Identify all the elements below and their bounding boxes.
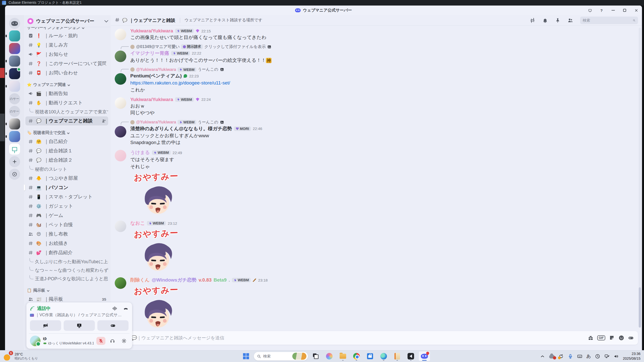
focus-clock-icon[interactable]: [595, 354, 600, 359]
taskbar-weather-widget[interactable]: 6 28°C 晴れのちくもり: [0, 352, 91, 361]
add-server-button[interactable]: [9, 156, 20, 167]
avatar-yukiwara[interactable]: [115, 97, 126, 109]
avatar-azarin[interactable]: [115, 126, 126, 138]
category-ウェブマニア関連[interactable]: ⭐ウェブマニア関連: [27, 81, 107, 88]
reply-context[interactable]: @Yukiwara/YukiwaraWEBMうーんこの: [130, 120, 642, 125]
username[interactable]: Beta9: [214, 277, 227, 283]
thread-item[interactable]: 視聴者100人とウェブマニアで東京で…: [25, 108, 108, 116]
microsoft-store-taskbar-icon[interactable]: [364, 351, 376, 361]
server-teal-face[interactable]: [9, 30, 20, 41]
server-anime-blue[interactable]: [9, 131, 20, 142]
thread-item[interactable]: 久しぶりに作った動画YouTubeに上げ…: [25, 257, 108, 266]
thread-item[interactable]: 秘密のスレット: [25, 165, 108, 173]
channel-item[interactable]: 💡｜楽しみ方: [25, 40, 108, 50]
server-pixel-festival[interactable]: [9, 68, 20, 79]
close-button[interactable]: [630, 6, 642, 15]
category-サーバーインフォメーション[interactable]: サーバーインフォメーション: [27, 27, 107, 30]
server-anime-white-girl[interactable]: [9, 81, 20, 92]
username[interactable]: .: [229, 277, 230, 283]
help-button[interactable]: ?: [596, 6, 607, 15]
server-header[interactable]: ウェブマニア公式サーバー: [24, 15, 111, 27]
message-input-placeholder[interactable]: #💬｜ウェブマニアと雑談へメッセージを送信: [129, 335, 584, 341]
screen-share-button[interactable]: [64, 320, 95, 331]
server-placeholder[interactable]: のサー: [9, 106, 20, 117]
username[interactable]: なおこ: [130, 220, 145, 227]
avatar-naoko[interactable]: [115, 220, 126, 232]
message[interactable]: イマジナリー胃痛WEBM22:22ありがとう！！！おかげで今このサーバーの絵文字…: [115, 50, 642, 64]
channel-item[interactable]: 📮｜お問い合わせ: [25, 68, 108, 77]
disconnect-call-icon[interactable]: [123, 306, 129, 311]
mic-mute-button[interactable]: [96, 337, 105, 345]
touch-keyboard-icon[interactable]: [577, 354, 582, 359]
screenshare-window-icon[interactable]: [584, 6, 596, 15]
channel-item[interactable]: 💻｜パソコン: [25, 183, 108, 192]
channel-item[interactable]: 💬｜総合雑談２: [25, 156, 108, 165]
channel-item[interactable]: 🐿️｜ペット自慢: [25, 220, 108, 229]
server-artwork[interactable]: [9, 43, 20, 54]
username[interactable]: 削除くん: [130, 277, 150, 283]
emoji-picker-icon[interactable]: [618, 335, 624, 341]
user-avatar[interactable]: [30, 336, 41, 346]
display-pen-icon[interactable]: [604, 354, 610, 359]
speaker-icon[interactable]: [614, 354, 619, 359]
channel-item[interactable]: 💬｜ウェブマニアと雑談: [25, 116, 108, 125]
gif-picker-icon[interactable]: GIF: [597, 335, 605, 340]
server-cat-sunglasses[interactable]: [9, 118, 20, 129]
settings-gear-button[interactable]: [119, 337, 129, 345]
member-list-icon[interactable]: [568, 18, 573, 23]
voice-channel-link[interactable]: ｜VC作業（雑談あり） / ウェブマニア公式サ…: [30, 312, 129, 318]
activities-icon[interactable]: [628, 335, 634, 341]
username[interactable]: Pentium(ペンティアム): [130, 73, 182, 79]
activities-button[interactable]: [97, 320, 129, 331]
user-info[interactable]: ゆ ゆっくりMovieMaker v4.43.1.0をブ… +1: [43, 336, 94, 346]
sticker-picker-icon[interactable]: [609, 335, 615, 341]
channel-item[interactable]: 🎬｜動画告知: [25, 89, 108, 98]
edge-taskbar-icon[interactable]: [378, 351, 389, 361]
sticker[interactable]: おやすみー: [130, 171, 186, 216]
username[interactable]: v.0.83: [199, 277, 212, 283]
username[interactable]: Yukiwara/Yukiwara: [130, 28, 173, 34]
server-placeholder[interactable]: のサー: [9, 93, 20, 104]
message[interactable]: Yukiwara/YukiwaraWEBM22:15この画像見たせいで頭と目が痛…: [115, 28, 642, 41]
onedrive-error-icon[interactable]: [549, 354, 554, 359]
channel-item[interactable]: 😍｜推し布教: [25, 230, 108, 239]
notifications-bell-icon[interactable]: [542, 18, 548, 23]
pinned-messages-icon[interactable]: [555, 18, 560, 23]
username[interactable]: @Windowsガチ恋勢: [152, 277, 197, 283]
avatar-pentium[interactable]: [115, 73, 126, 85]
message[interactable]: うけまるWEBM22:49ではそろそろ寝ますそれじゃおやすみー: [115, 149, 642, 216]
sticker[interactable]: おやすみー: [130, 228, 186, 273]
channel-item[interactable]: ❗｜ルール・規約: [25, 31, 108, 40]
search-input[interactable]: [583, 18, 633, 22]
channel-item[interactable]: ⚙️｜ガジェット: [25, 202, 108, 211]
category-視聴者同士で交流[interactable]: 🏷️視聴者同士で交流: [27, 129, 107, 136]
channel-item[interactable]: 💕｜創作品紹介: [25, 248, 108, 257]
discord-home-button[interactable]: [9, 18, 20, 29]
username[interactable]: 清楚枠のあざりんくん@ななもり。様ガチ恋勢: [130, 125, 232, 132]
scrollbar-thumb[interactable]: [639, 287, 641, 328]
channel-item[interactable]: 🚩｜お知らせ: [25, 50, 108, 59]
deafen-button[interactable]: [108, 337, 117, 345]
username[interactable]: イマジナリー胃痛: [130, 50, 169, 57]
channel-item[interactable]: 🎮｜ゲーム: [25, 211, 108, 220]
tray-chevron-up-icon[interactable]: [540, 354, 545, 359]
channel-item[interactable]: 🐥｜つぶやき部屋: [25, 174, 108, 183]
avatar-sakujo-kun[interactable]: [115, 277, 126, 289]
search-box[interactable]: [580, 17, 638, 24]
channel-item[interactable]: ✋｜動画リクエスト: [25, 98, 108, 107]
thread-item[interactable]: なつ～～～な曲つくった相変わらず…: [25, 266, 108, 275]
username[interactable]: うけまる: [130, 149, 150, 156]
gift-icon[interactable]: [588, 335, 594, 341]
cubase-taskbar-icon[interactable]: [405, 351, 417, 361]
noise-suppression-icon[interactable]: [112, 306, 117, 311]
reply-context[interactable]: @01349@マニア可愛い開示請求クリックして添付ファイルを表示: [130, 44, 642, 50]
category-掲示板[interactable]: 📋掲示板: [27, 287, 107, 294]
taskbar-clock[interactable]: 23:36 2025/08/15: [623, 351, 640, 361]
camera-button[interactable]: [30, 320, 61, 331]
chat-scrollbar[interactable]: [639, 28, 641, 328]
channel-item[interactable]: 🤗｜自己紹介: [25, 137, 108, 146]
avatar-yukiwara[interactable]: [115, 29, 126, 40]
taskbar-search[interactable]: 検索: [254, 352, 308, 360]
message-input-bar[interactable]: #💬｜ウェブマニアと雑談へメッセージを送信 GIF: [115, 331, 638, 345]
avatar-imaginary-itsuu[interactable]: [115, 51, 126, 62]
